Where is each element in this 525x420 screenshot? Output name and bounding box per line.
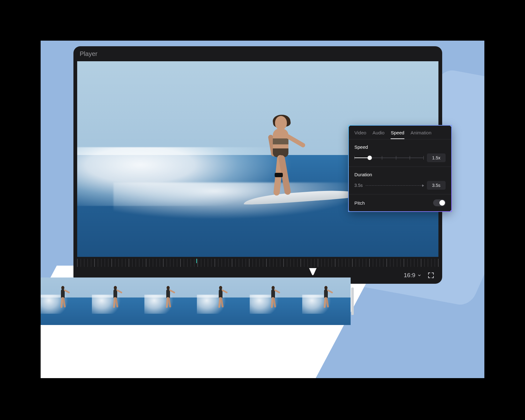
clip-thumbnail: [298, 278, 351, 325]
chevron-down-icon: [417, 273, 422, 278]
clip-thumbnail: [193, 278, 245, 325]
properties-panel: VideoAudioSpeedAnimation Speed 1.5x Dura…: [348, 125, 452, 212]
toggle-knob: [439, 200, 445, 206]
timeline-ruler[interactable]: [77, 259, 438, 267]
fullscreen-button[interactable]: [427, 272, 435, 279]
clip-trim-handle-right[interactable]: [351, 288, 354, 315]
preview-surfer: [258, 116, 302, 210]
speed-slider-thumb[interactable]: [368, 156, 372, 160]
pitch-toggle[interactable]: [433, 199, 446, 206]
duration-label: Duration: [354, 172, 446, 177]
clip-thumbnail: [41, 278, 88, 325]
tab-animation[interactable]: Animation: [411, 130, 432, 139]
clip-thumbnails: [41, 278, 351, 325]
clip-thumbnail: [245, 278, 298, 325]
tab-audio[interactable]: Audio: [372, 130, 384, 139]
pitch-row: Pitch: [349, 194, 451, 211]
preview-wave: [113, 182, 366, 226]
player-title: Player: [80, 50, 98, 58]
speed-slider[interactable]: [354, 154, 424, 161]
clip-thumbnail: [140, 278, 193, 325]
speed-value-input[interactable]: 1.5x: [427, 153, 446, 162]
speed-section: Speed 1.5x: [349, 139, 451, 167]
editor-canvas: Player 16:9: [41, 41, 484, 378]
duration-from-value: 3.5s: [354, 183, 362, 188]
duration-to-input[interactable]: 3.5s: [427, 181, 446, 190]
tab-video[interactable]: Video: [354, 130, 366, 139]
pitch-label: Pitch: [354, 200, 365, 206]
tab-speed[interactable]: Speed: [391, 130, 404, 139]
player-titlebar: Player: [73, 46, 442, 61]
ruler-playhead-marker[interactable]: [196, 259, 197, 263]
properties-tabs: VideoAudioSpeedAnimation: [349, 126, 451, 139]
aspect-ratio-value: 16:9: [404, 272, 415, 279]
aspect-ratio-select[interactable]: 16:9: [404, 272, 422, 279]
speed-label: Speed: [354, 144, 446, 150]
arrow-right-icon: [366, 185, 424, 186]
clip-thumbnail: [88, 278, 140, 325]
timeline-clip[interactable]: [41, 278, 354, 325]
duration-section: Duration 3.5s 3.5s: [349, 167, 451, 194]
